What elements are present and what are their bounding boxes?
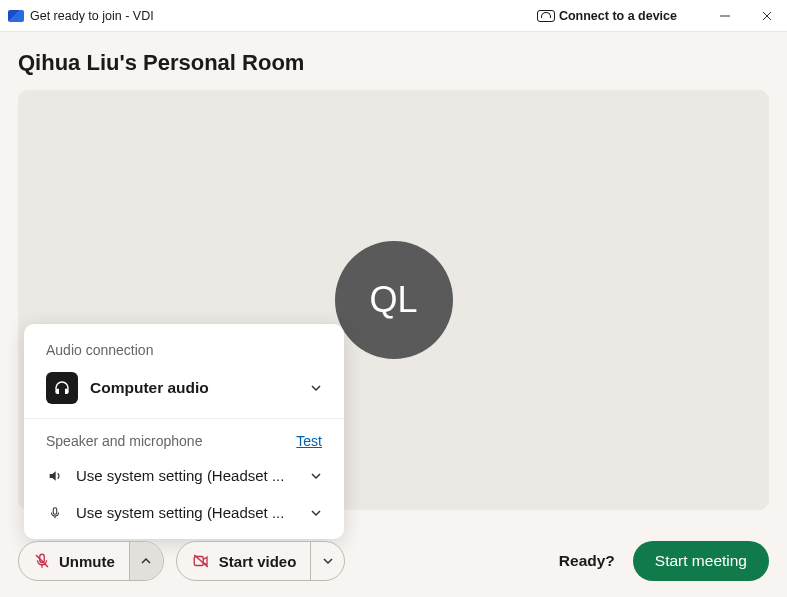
audio-popup-heading: Audio connection [24, 342, 344, 372]
window-controls [713, 8, 779, 24]
titlebar-left: Get ready to join - VDI [8, 9, 531, 23]
close-icon [761, 10, 773, 22]
audio-type-label: Computer audio [90, 379, 298, 397]
camera-off-icon [191, 552, 211, 570]
ready-label: Ready? [559, 552, 615, 570]
avatar: QL [335, 241, 453, 359]
titlebar: Get ready to join - VDI Connect to a dev… [0, 0, 787, 32]
chevron-up-icon [140, 555, 152, 567]
microphone-icon [46, 505, 64, 521]
mic-device-label: Use system setting (Headset ... [76, 504, 298, 521]
bottom-bar: Unmute Start video Ready? Start meeting [18, 541, 769, 581]
speaker-selector[interactable]: Use system setting (Headset ... [24, 457, 344, 494]
close-button[interactable] [755, 8, 779, 24]
start-video-control: Start video [176, 541, 346, 581]
chevron-down-icon [310, 507, 322, 519]
connect-device-label: Connect to a device [559, 9, 677, 23]
minimize-icon [719, 10, 731, 22]
unmute-button[interactable]: Unmute [19, 542, 129, 580]
start-meeting-button[interactable]: Start meeting [633, 541, 769, 581]
connect-to-device-button[interactable]: Connect to a device [537, 9, 677, 23]
cast-icon [537, 10, 555, 22]
speaker-icon [46, 468, 64, 484]
start-video-button[interactable]: Start video [177, 542, 311, 580]
unmute-control: Unmute [18, 541, 164, 581]
chevron-down-icon [310, 470, 322, 482]
audio-connection-popup: Audio connection Computer audio Speaker … [24, 324, 344, 539]
speaker-mic-section-header: Speaker and microphone Test [24, 419, 344, 457]
microphone-selector[interactable]: Use system setting (Headset ... [24, 494, 344, 531]
audio-type-selector[interactable]: Computer audio [24, 372, 344, 419]
minimize-button[interactable] [713, 8, 737, 24]
video-options-button[interactable] [310, 542, 344, 580]
app-icon [8, 10, 24, 22]
window-title: Get ready to join - VDI [30, 9, 154, 23]
page-title: Qihua Liu's Personal Room [18, 50, 769, 76]
chevron-down-icon [310, 382, 322, 394]
unmute-options-button[interactable] [129, 542, 163, 580]
unmute-label: Unmute [59, 553, 115, 570]
headset-icon [46, 372, 78, 404]
test-audio-link[interactable]: Test [296, 433, 322, 449]
mic-muted-icon [33, 552, 51, 570]
start-video-label: Start video [219, 553, 297, 570]
speaker-device-label: Use system setting (Headset ... [76, 467, 298, 484]
speaker-mic-label: Speaker and microphone [46, 433, 202, 449]
svg-rect-3 [53, 507, 57, 513]
chevron-down-icon [322, 555, 334, 567]
